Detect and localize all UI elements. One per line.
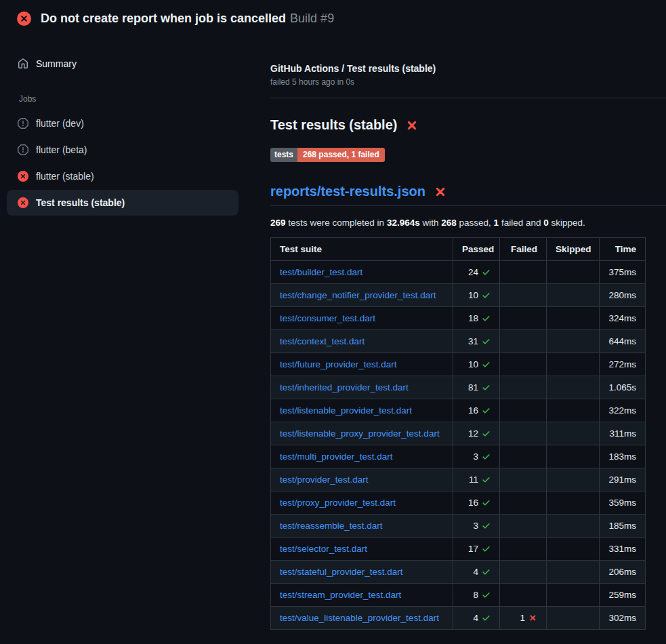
badge-value: 268 passed, 1 failed xyxy=(297,148,385,162)
sidebar-job-item[interactable]: flutter (stable) xyxy=(7,163,238,189)
check-icon xyxy=(482,590,491,599)
stop-icon xyxy=(18,118,28,129)
test-suite-link[interactable]: test/listenable_proxy_provider_test.dart xyxy=(280,428,440,439)
test-suite-link[interactable]: test/proxy_provider_test.dart xyxy=(280,498,396,508)
suite-cell: test/inherited_provider_test.dart xyxy=(271,376,453,399)
report-file-link[interactable]: reports/test-results.json xyxy=(270,182,425,201)
test-suite-link[interactable]: test/future_provider_test.dart xyxy=(280,359,397,369)
time-cell: 331ms xyxy=(600,538,646,561)
suite-cell: test/value_listenable_provider_test.dart xyxy=(271,607,453,630)
time-cell: 1.065s xyxy=(600,376,646,399)
count-value: 17 xyxy=(468,544,478,554)
column-header: Failed xyxy=(500,238,547,261)
test-suite-link[interactable]: test/reassemble_test.dart xyxy=(280,521,383,531)
time-cell: 291ms xyxy=(600,468,646,491)
table-row: test/listenable_provider_test.dart16322m… xyxy=(271,399,646,422)
time-cell: 206ms xyxy=(600,561,646,584)
job-label: Test results (stable) xyxy=(36,197,125,208)
test-suite-link[interactable]: test/stateful_provider_test.dart xyxy=(280,567,403,577)
test-suite-link[interactable]: test/inherited_provider_test.dart xyxy=(280,382,409,393)
breadcrumb: GitHub Actions / Test results (stable) xyxy=(270,63,666,74)
sidebar-item-summary[interactable]: Summary xyxy=(7,52,238,75)
test-suite-link[interactable]: test/listenable_provider_test.dart xyxy=(280,405,412,416)
check-icon xyxy=(482,498,491,507)
check-icon xyxy=(482,544,491,553)
count-cell: 8 xyxy=(453,584,500,607)
count-value: 81 xyxy=(468,382,478,393)
count-cell xyxy=(500,491,547,515)
count-value: 10 xyxy=(468,290,478,300)
check-icon xyxy=(482,268,491,277)
test-suite-link[interactable]: test/change_notifier_provider_test.dart xyxy=(280,290,436,300)
x-circle-icon xyxy=(18,171,28,182)
count-cell: 3 xyxy=(453,445,500,468)
table-head: Test suitePassedFailedSkippedTime xyxy=(271,238,646,261)
passed-count: 268 xyxy=(441,218,457,228)
test-suite-link[interactable]: test/value_listenable_provider_test.dart xyxy=(280,613,439,623)
count-value: 1 xyxy=(520,613,525,623)
skipped-cell xyxy=(547,538,600,561)
skipped-cell xyxy=(547,284,600,307)
table-row: test/stream_provider_test.dart8259ms xyxy=(271,584,646,607)
count-value: 12 xyxy=(468,428,478,439)
sidebar-job-item[interactable]: Test results (stable) xyxy=(7,190,238,216)
suite-cell: test/reassemble_test.dart xyxy=(271,515,453,538)
check-icon xyxy=(482,429,491,438)
count-cell: 16 xyxy=(453,491,500,515)
failed-x-icon xyxy=(405,119,419,132)
test-suite-link[interactable]: test/builder_test.dart xyxy=(280,267,362,277)
table-row: test/listenable_proxy_provider_test.dart… xyxy=(271,422,646,445)
duration: 32.964s xyxy=(387,218,420,228)
job-label: flutter (dev) xyxy=(36,118,84,129)
test-suite-link[interactable]: test/context_test.dart xyxy=(280,336,365,346)
skipped-cell xyxy=(547,515,600,538)
x-circle-icon xyxy=(17,12,31,26)
suite-cell: test/future_provider_test.dart xyxy=(271,353,453,376)
sidebar-job-item[interactable]: flutter (beta) xyxy=(7,137,238,163)
count-cell: 10 xyxy=(453,284,500,307)
time-cell: 280ms xyxy=(600,284,646,307)
skipped-cell xyxy=(547,561,600,584)
time-cell: 359ms xyxy=(600,491,646,515)
skipped-cell xyxy=(547,330,600,353)
count-cell: 10 xyxy=(453,353,500,376)
job-label: flutter (beta) xyxy=(36,144,87,155)
test-suite-link[interactable]: test/consumer_test.dart xyxy=(280,313,375,323)
count-value: 3 xyxy=(473,521,478,531)
skipped-cell xyxy=(547,584,600,607)
check-icon xyxy=(482,406,491,415)
main-content: GitHub Actions / Test results (stable) f… xyxy=(254,37,666,630)
count-cell: 3 xyxy=(453,515,500,538)
test-suite-link[interactable]: test/multi_provider_test.dart xyxy=(280,451,393,462)
time-cell: 272ms xyxy=(600,353,646,376)
total-count: 269 xyxy=(270,218,286,228)
table-row: test/multi_provider_test.dart3183ms xyxy=(271,445,646,468)
time-cell: 644ms xyxy=(600,330,646,353)
table-row: test/inherited_provider_test.dart811.065… xyxy=(271,376,646,399)
badge-label: tests xyxy=(270,148,297,162)
failed-count: 1 xyxy=(494,218,499,228)
page-title: Do not create report when job is cancell… xyxy=(41,12,334,26)
column-header: Passed xyxy=(453,238,500,261)
job-label: flutter (stable) xyxy=(36,171,94,182)
check-run-header: Do not create report when job is cancell… xyxy=(0,0,666,37)
skipped-cell xyxy=(547,468,600,491)
count-cell: 17 xyxy=(453,538,500,561)
check-icon xyxy=(482,475,491,484)
table-row: test/consumer_test.dart18324ms xyxy=(271,307,646,330)
sidebar: Summary Jobs flutter (dev)flutter (beta)… xyxy=(0,37,254,216)
check-icon xyxy=(482,337,491,346)
suite-cell: test/builder_test.dart xyxy=(271,261,453,284)
count-cell xyxy=(500,330,547,353)
summary-label: Summary xyxy=(36,58,77,69)
sidebar-job-item[interactable]: flutter (dev) xyxy=(7,110,238,136)
skipped-cell xyxy=(547,422,600,445)
test-suite-link[interactable]: test/provider_test.dart xyxy=(280,475,369,485)
test-suite-link[interactable]: test/selector_test.dart xyxy=(280,544,367,554)
count-value: 18 xyxy=(468,313,478,323)
tests-badge: tests 268 passed, 1 failed xyxy=(270,148,385,162)
test-suite-link[interactable]: test/stream_provider_test.dart xyxy=(280,590,401,600)
build-number: Build #9 xyxy=(290,12,334,25)
table-row: test/change_notifier_provider_test.dart1… xyxy=(271,284,646,307)
count-cell: 11 xyxy=(453,468,500,491)
